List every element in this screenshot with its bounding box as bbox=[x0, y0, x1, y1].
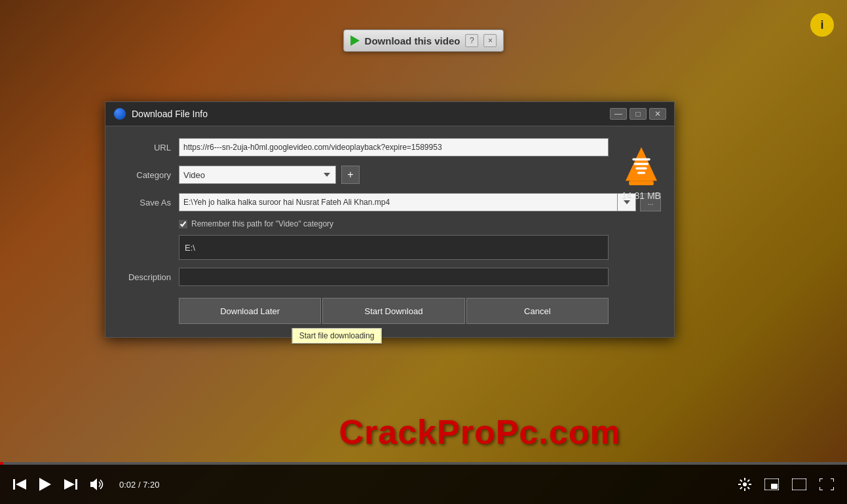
settings-icon bbox=[738, 478, 751, 491]
skip-back-button[interactable] bbox=[10, 476, 29, 493]
cancel-button[interactable]: Cancel bbox=[466, 298, 609, 324]
description-row: Description bbox=[119, 268, 661, 286]
volume-icon bbox=[90, 478, 105, 490]
description-input[interactable] bbox=[179, 268, 609, 286]
dialog-body: 14.81 MB URL Category Video + Save As ..… bbox=[105, 126, 674, 337]
remember-row: Remember this path for "Video" category bbox=[179, 219, 661, 228]
watermark: CrackProPc.com bbox=[339, 412, 620, 452]
fullscreen-icon bbox=[819, 478, 834, 490]
dialog-title-left: Download File Info bbox=[113, 107, 208, 120]
svg-rect-4 bbox=[635, 168, 647, 170]
player-controls: 0:02 / 7:20 bbox=[0, 465, 847, 504]
category-row: Category Video + bbox=[119, 166, 661, 184]
download-video-bar: Download this video ? × bbox=[343, 29, 504, 52]
dialog-title-text: Download File Info bbox=[132, 109, 208, 119]
vlc-icon bbox=[622, 146, 661, 185]
dialog-titlebar: Download File Info — □ ✕ bbox=[105, 102, 674, 126]
maximize-button[interactable]: □ bbox=[630, 108, 647, 120]
svg-rect-5 bbox=[637, 171, 645, 173]
volume-button[interactable] bbox=[88, 476, 107, 493]
pip-icon bbox=[764, 478, 779, 490]
skip-forward-icon bbox=[64, 478, 77, 490]
svg-marker-11 bbox=[90, 478, 97, 490]
save-as-row: Save As ... bbox=[119, 193, 661, 211]
svg-rect-3 bbox=[634, 163, 649, 165]
skip-back-icon bbox=[13, 478, 26, 490]
path-text: E:\ bbox=[185, 243, 195, 253]
dialog-close-button[interactable]: ✕ bbox=[649, 108, 666, 120]
globe-icon bbox=[114, 108, 126, 120]
time-display: 0:02 / 7:20 bbox=[119, 480, 159, 490]
right-controls bbox=[736, 475, 837, 494]
download-later-button[interactable]: Download Later bbox=[179, 298, 321, 324]
svg-rect-9 bbox=[75, 479, 77, 490]
category-add-button[interactable]: + bbox=[341, 166, 360, 184]
save-as-input[interactable] bbox=[179, 193, 618, 211]
svg-rect-6 bbox=[13, 479, 15, 490]
play-button[interactable] bbox=[37, 475, 54, 494]
buttons-row: Download Later Start Download Cancel bbox=[179, 298, 609, 324]
path-box: E:\ bbox=[179, 235, 609, 260]
dialog-controls: — □ ✕ bbox=[610, 108, 666, 120]
category-select[interactable]: Video bbox=[179, 166, 336, 184]
file-size: 14.81 MB bbox=[622, 190, 661, 201]
description-label: Description bbox=[119, 272, 171, 282]
fullscreen-button[interactable] bbox=[817, 476, 837, 493]
help-button[interactable]: ? bbox=[465, 34, 478, 47]
dialog-icon bbox=[113, 107, 126, 120]
close-bar-button[interactable]: × bbox=[483, 34, 497, 47]
svg-rect-14 bbox=[771, 484, 778, 489]
start-download-button[interactable]: Start Download bbox=[322, 298, 464, 324]
remember-label: Remember this path for "Video" category bbox=[191, 219, 333, 228]
category-label: Category bbox=[119, 170, 171, 180]
svg-rect-1 bbox=[629, 181, 654, 185]
info-button[interactable]: i bbox=[810, 13, 834, 37]
vlc-area: 14.81 MB bbox=[622, 146, 661, 201]
window-button[interactable] bbox=[789, 476, 809, 493]
svg-marker-8 bbox=[39, 478, 51, 491]
play-icon bbox=[350, 35, 360, 46]
svg-rect-2 bbox=[632, 158, 650, 160]
svg-point-12 bbox=[743, 482, 747, 486]
download-bar-text: Download this video bbox=[365, 35, 461, 46]
url-row: URL bbox=[119, 138, 661, 156]
save-as-label: Save As bbox=[119, 198, 171, 207]
download-dialog: Download File Info — □ ✕ 14.81 MB URL bbox=[105, 101, 675, 338]
remember-checkbox[interactable] bbox=[179, 220, 187, 228]
settings-button[interactable] bbox=[736, 475, 754, 494]
play-icon bbox=[39, 478, 51, 491]
skip-forward-button[interactable] bbox=[62, 476, 80, 493]
path-container: E:\ bbox=[179, 235, 609, 260]
svg-rect-15 bbox=[792, 478, 806, 490]
tooltip: Start file downloading bbox=[292, 328, 382, 344]
svg-marker-10 bbox=[64, 479, 75, 490]
svg-marker-7 bbox=[16, 479, 26, 490]
window-icon bbox=[792, 478, 806, 490]
url-input[interactable] bbox=[179, 138, 609, 156]
minimize-button[interactable]: — bbox=[610, 108, 627, 120]
pip-button[interactable] bbox=[762, 476, 781, 493]
url-label: URL bbox=[119, 143, 171, 153]
